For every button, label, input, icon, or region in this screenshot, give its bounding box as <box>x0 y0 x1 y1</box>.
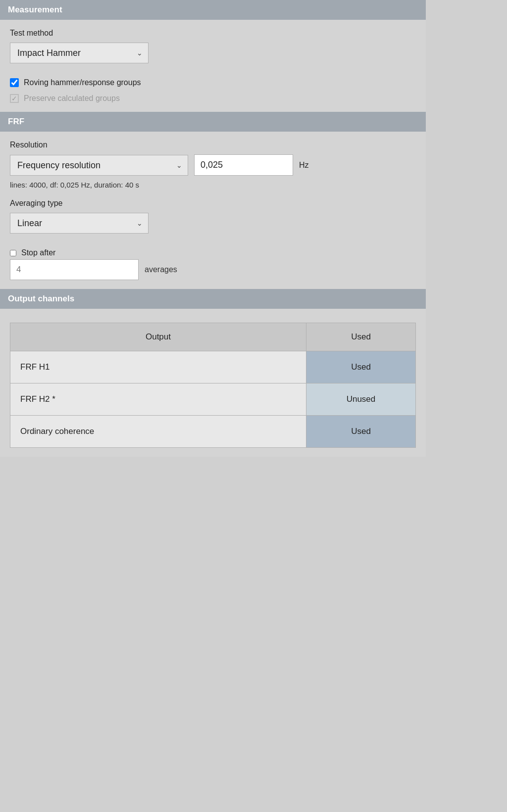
resolution-label: Resolution <box>10 141 416 149</box>
frf-body: Resolution Frequency resolution Lines ⌄ … <box>0 132 426 289</box>
main-panel: Measurement Test method Impact Hammer Sh… <box>0 0 426 457</box>
stop-after-row: Stop after <box>10 248 416 257</box>
test-method-label: Test method <box>10 29 416 38</box>
output-cell-frfh1: FRF H1 <box>10 351 306 383</box>
measurement-body: Test method Impact Hammer Shaker ⌄ Rovin… <box>0 20 426 112</box>
resolution-unit: Hz <box>299 161 309 170</box>
roving-hammer-label: Roving hammer/response groups <box>24 78 141 87</box>
status-cell-coherence: Used <box>306 416 415 447</box>
output-cell-coherence: Ordinary coherence <box>10 416 306 447</box>
output-channels-table: Output Used FRF H1 Used FRF H2 * Unused … <box>10 323 416 448</box>
table-row[interactable]: Ordinary coherence Used <box>10 416 415 447</box>
test-method-select[interactable]: Impact Hammer Shaker <box>10 43 149 63</box>
averaging-type-section: Averaging type Linear Peak Hold Exponent… <box>10 199 416 241</box>
frf-header: FRF <box>0 112 426 132</box>
resolution-row: Frequency resolution Lines ⌄ Hz <box>10 154 416 176</box>
resolution-select[interactable]: Frequency resolution Lines <box>10 155 188 176</box>
roving-hammer-checkbox[interactable] <box>10 78 19 87</box>
stop-after-label: Stop after <box>21 248 55 257</box>
status-cell-frfh2: Unused <box>306 383 415 415</box>
averaging-type-select[interactable]: Linear Peak Hold Exponential <box>10 213 149 234</box>
table-header-row: Output Used <box>10 323 415 351</box>
status-cell-frfh1: Used <box>306 351 415 383</box>
preserve-groups-row: ✓ Preserve calculated groups <box>10 94 416 103</box>
output-channels-header: Output channels <box>0 289 426 309</box>
table-header-used: Used <box>306 323 415 351</box>
table-row[interactable]: FRF H2 * Unused <box>10 383 415 416</box>
table-row[interactable]: FRF H1 Used <box>10 351 415 383</box>
test-method-select-wrapper: Impact Hammer Shaker ⌄ <box>10 43 149 63</box>
checkmark-icon: ✓ <box>11 95 17 102</box>
stop-after-checkbox[interactable] <box>10 250 16 256</box>
output-cell-frfh2: FRF H2 * <box>10 383 306 415</box>
preserve-groups-checkbox-disabled: ✓ <box>10 94 19 103</box>
preserve-groups-label: Preserve calculated groups <box>24 94 120 103</box>
output-channels-body: Output Used FRF H1 Used FRF H2 * Unused … <box>0 309 426 457</box>
averaging-type-select-wrapper: Linear Peak Hold Exponential ⌄ <box>10 213 149 234</box>
resolution-value-input[interactable] <box>194 154 293 176</box>
averages-unit: averages <box>145 265 177 274</box>
table-header-output: Output <box>10 323 306 351</box>
measurement-header: Measurement <box>0 0 426 20</box>
resolution-select-wrapper: Frequency resolution Lines ⌄ <box>10 155 188 176</box>
resolution-info-line: lines: 4000, df: 0,025 Hz, duration: 40 … <box>10 181 416 189</box>
averages-input[interactable] <box>10 259 139 280</box>
roving-hammer-row: Roving hammer/response groups <box>10 78 416 87</box>
averages-row: averages <box>10 259 416 280</box>
averaging-type-label: Averaging type <box>10 199 416 208</box>
